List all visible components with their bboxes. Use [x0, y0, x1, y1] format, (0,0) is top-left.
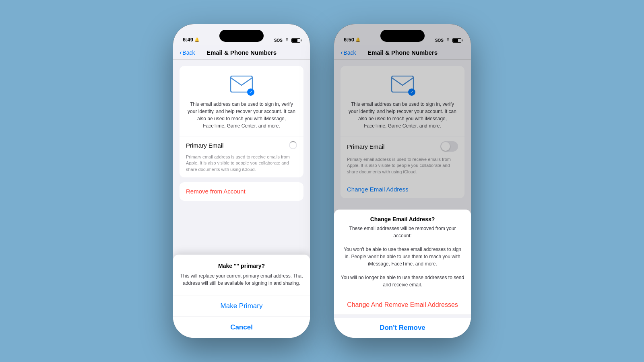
- email-icon-wrapper-left: ✓: [230, 76, 253, 94]
- email-card-left: ✓ This email address can be used to sign…: [180, 66, 303, 177]
- alert-separator-2: [334, 315, 471, 315]
- phone-left: 6:49 🔔 SOS ‹ Ba: [173, 24, 310, 338]
- status-icons-left: SOS: [274, 38, 300, 43]
- alert-title: Change Email Address?: [334, 210, 471, 225]
- check-badge-left: ✓: [247, 88, 254, 96]
- dynamic-island: [219, 30, 264, 42]
- battery-icon-left: [291, 38, 300, 43]
- card-description-left: This email address can be used to sign i…: [188, 101, 295, 130]
- sheet-title-left: Make "" primary?: [180, 263, 303, 269]
- bell-icon: 🔔: [194, 37, 199, 42]
- primary-email-label-left: Primary Email: [186, 142, 223, 149]
- remove-button-left[interactable]: Remove from Account: [180, 182, 303, 201]
- alert-body3: You will no longer be able to use these …: [334, 274, 471, 295]
- sheet-body-left: This will replace your current primary e…: [180, 272, 303, 287]
- signal-text: SOS: [274, 38, 283, 43]
- primary-email-sub-left: Primary email address is used to receive…: [180, 154, 303, 177]
- screen-right: 6:50 🔔 SOS ‹ Ba: [334, 24, 471, 338]
- screen-left: 6:49 🔔 SOS ‹ Ba: [173, 24, 310, 338]
- nav-title-left: Email & Phone Numbers: [206, 49, 277, 56]
- back-label-left: Back: [182, 49, 195, 56]
- cancel-button-left[interactable]: Cancel: [173, 317, 310, 338]
- alert-dialog-inner: Change Email Address? These email addres…: [334, 210, 471, 315]
- change-and-remove-button[interactable]: Change And Remove Email Addresses: [334, 295, 471, 315]
- dont-remove-button[interactable]: Don't Remove: [334, 318, 471, 338]
- alert-body1: These email addresses will be removed fr…: [334, 225, 471, 246]
- spinner-left: [289, 141, 297, 149]
- alert-body2: You won't be able to use these email add…: [334, 246, 471, 274]
- alert-overlay: Change Email Address? These email addres…: [334, 24, 471, 338]
- phone-right: 6:50 🔔 SOS ‹ Ba: [334, 24, 471, 338]
- back-button-left[interactable]: ‹ Back: [180, 49, 195, 56]
- make-primary-button[interactable]: Make Primary: [173, 296, 310, 317]
- alert-dialog: Change Email Address? These email addres…: [334, 210, 471, 338]
- sheet-content-left: Make "" primary? This will replace your …: [173, 255, 310, 296]
- wifi-icon: [284, 38, 290, 43]
- nav-bar-left: ‹ Back Email & Phone Numbers: [173, 45, 310, 60]
- remove-button-label-left: Remove from Account: [186, 188, 246, 195]
- bottom-sheet-left: Make "" primary? This will replace your …: [173, 255, 310, 338]
- chevron-left-icon: ‹: [180, 49, 182, 56]
- status-time-left: 6:49 🔔: [183, 37, 199, 43]
- card-icon-section-left: ✓ This email address can be used to sign…: [180, 66, 303, 136]
- primary-email-row-left: Primary Email: [180, 136, 303, 154]
